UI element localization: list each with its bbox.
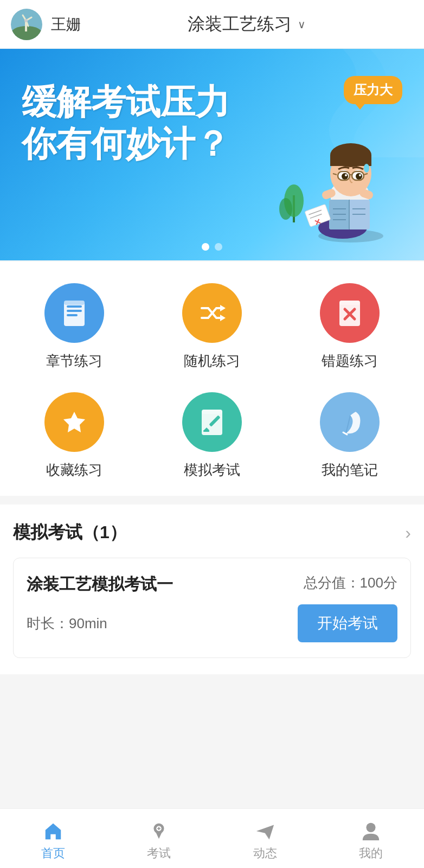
menu-item-collect[interactable]: 收藏练习 xyxy=(11,392,138,480)
svg-rect-54 xyxy=(339,301,360,305)
start-exam-button[interactable]: 开始考试 xyxy=(298,604,397,642)
nav-item-home[interactable]: 首页 xyxy=(0,816,106,861)
random-icon xyxy=(182,283,242,343)
svg-marker-51 xyxy=(220,305,226,311)
news-icon xyxy=(254,820,276,842)
notes-label: 我的笔记 xyxy=(322,461,378,480)
exam-card-bottom: 时长：90min 开始考试 xyxy=(27,604,397,642)
header-title-area: 涂装工艺练习 ∨ xyxy=(81,12,413,36)
notes-icon xyxy=(320,392,380,452)
svg-point-31 xyxy=(342,173,348,180)
svg-point-40 xyxy=(364,164,369,173)
svg-rect-62 xyxy=(203,430,209,432)
avatar[interactable] xyxy=(11,9,42,40)
chevron-down-icon[interactable]: ∨ xyxy=(296,19,307,30)
svg-marker-65 xyxy=(156,832,162,838)
menu-item-wrong[interactable]: 错题练习 xyxy=(286,283,413,371)
banner-character xyxy=(272,98,413,244)
chapter-icon xyxy=(44,283,104,343)
wrong-label: 错题练习 xyxy=(322,352,378,371)
banner-line2: 你有何妙计？ xyxy=(22,123,230,165)
svg-point-6 xyxy=(24,19,28,22)
profile-icon xyxy=(360,820,382,842)
wrong-icon xyxy=(320,283,380,343)
home-icon xyxy=(42,820,64,842)
banner-text-block: 缓解考试压力 你有何妙计？ xyxy=(22,81,230,165)
svg-rect-50 xyxy=(64,301,85,305)
score-label: 总分值： xyxy=(304,575,360,591)
exam-name: 涂装工艺模拟考试一 xyxy=(27,573,173,596)
collect-icon xyxy=(44,392,104,452)
menu-section: 章节练习 随机练习 xyxy=(0,261,424,496)
mock-label: 模拟考试 xyxy=(184,461,240,480)
mock-icon xyxy=(182,392,242,452)
exam-card-top: 涂装工艺模拟考试一 总分值：100分 xyxy=(27,573,397,596)
course-name: 涂装工艺练习 xyxy=(188,12,292,36)
svg-point-9 xyxy=(279,198,292,220)
svg-point-32 xyxy=(356,173,362,180)
exam-duration: 时长：90min xyxy=(27,614,107,633)
svg-point-34 xyxy=(359,174,361,176)
svg-rect-47 xyxy=(67,305,82,308)
svg-rect-48 xyxy=(67,310,82,312)
banner-dot-1[interactable] xyxy=(202,243,209,251)
exam-section-header: 模拟考试（1） › xyxy=(13,521,411,545)
menu-grid: 章节练习 随机练习 xyxy=(11,283,413,480)
promo-banner: 缓解考试压力 你有何妙计？ 压力大 xyxy=(0,49,424,260)
svg-marker-57 xyxy=(63,412,85,432)
menu-item-random[interactable]: 随机练习 xyxy=(149,283,275,371)
menu-item-notes[interactable]: 我的笔记 xyxy=(286,392,413,480)
username-label: 王姗 xyxy=(51,14,81,35)
bottom-navigation: 首页 考试 动态 xyxy=(0,808,424,868)
banner-line1: 缓解考试压力 xyxy=(22,81,230,123)
exam-score: 总分值：100分 xyxy=(304,573,397,592)
svg-marker-69 xyxy=(256,825,274,839)
nav-item-exam[interactable]: 考试 xyxy=(106,816,213,861)
exam-label: 考试 xyxy=(147,845,171,861)
news-label: 动态 xyxy=(253,845,277,861)
exam-section-arrow[interactable]: › xyxy=(405,523,411,543)
exam-section: 模拟考试（1） › 涂装工艺模拟考试一 总分值：100分 时长：90min 开始… xyxy=(0,505,424,674)
nav-item-profile[interactable]: 我的 xyxy=(318,816,425,861)
menu-item-mock[interactable]: 模拟考试 xyxy=(149,392,275,480)
home-label: 首页 xyxy=(41,845,65,861)
svg-point-71 xyxy=(367,822,376,832)
collect-label: 收藏练习 xyxy=(46,461,102,480)
duration-label: 时长： xyxy=(27,615,69,631)
svg-marker-52 xyxy=(220,315,226,321)
score-value: 100分 xyxy=(360,575,397,591)
exam-nav-icon xyxy=(148,820,170,842)
banner-dots xyxy=(202,243,222,251)
duration-value: 90min xyxy=(69,615,107,631)
profile-label: 我的 xyxy=(359,845,383,861)
exam-section-title: 模拟考试（1） xyxy=(13,521,127,545)
menu-item-chapter[interactable]: 章节练习 xyxy=(11,283,138,371)
svg-rect-59 xyxy=(202,410,222,414)
random-label: 随机练习 xyxy=(184,352,240,371)
nav-item-news[interactable]: 动态 xyxy=(212,816,318,861)
svg-rect-49 xyxy=(67,314,78,316)
exam-card: 涂装工艺模拟考试一 总分值：100分 时长：90min 开始考试 xyxy=(13,558,411,658)
svg-point-33 xyxy=(345,174,347,176)
banner-dot-2[interactable] xyxy=(215,243,222,251)
app-header: 王姗 涂装工艺练习 ∨ xyxy=(0,0,424,49)
chapter-label: 章节练习 xyxy=(46,352,102,371)
